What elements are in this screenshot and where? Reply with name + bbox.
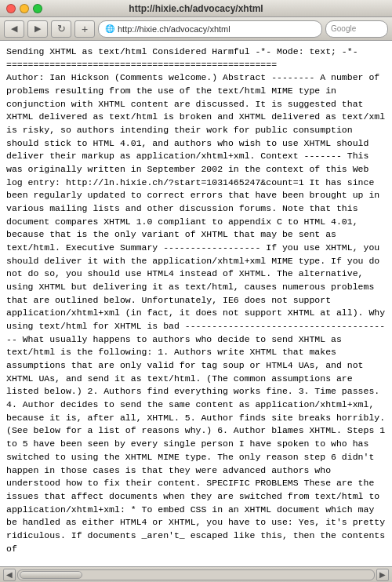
window-controls[interactable] (6, 4, 42, 13)
address-bar[interactable]: 🌐 (98, 20, 322, 38)
address-icon: 🌐 (105, 24, 114, 33)
scroll-left-button[interactable]: ◀ (3, 569, 16, 581)
title-bar: http://hixie.ch/advocacy/xhtml (0, 0, 392, 17)
reload-button[interactable]: ↻ (51, 20, 71, 38)
page-content: Sending XHTML as text/html Considered Ha… (0, 41, 392, 566)
scroll-right-button[interactable]: ▶ (376, 569, 389, 581)
close-button[interactable] (6, 4, 16, 13)
forward-button[interactable]: ▶ (27, 20, 48, 38)
horizontal-scrollbar[interactable] (17, 569, 375, 580)
toolbar: ◀ ▶ ↻ + 🌐 Google (0, 17, 392, 41)
content-area: Sending XHTML as text/html Considered Ha… (0, 41, 392, 566)
window-title: http://hixie.ch/advocacy/xhtml (129, 3, 263, 14)
search-input[interactable] (358, 24, 392, 34)
maximize-button[interactable] (33, 4, 42, 13)
search-bar[interactable]: Google (325, 20, 388, 38)
add-bookmark-button[interactable]: + (74, 20, 95, 38)
back-button[interactable]: ◀ (4, 20, 24, 38)
address-input[interactable] (118, 24, 315, 34)
minimize-button[interactable] (20, 4, 29, 13)
scrollbar-thumb[interactable] (20, 571, 82, 579)
search-label: Google (331, 24, 356, 33)
status-bar: ◀ ▶ (0, 566, 392, 582)
